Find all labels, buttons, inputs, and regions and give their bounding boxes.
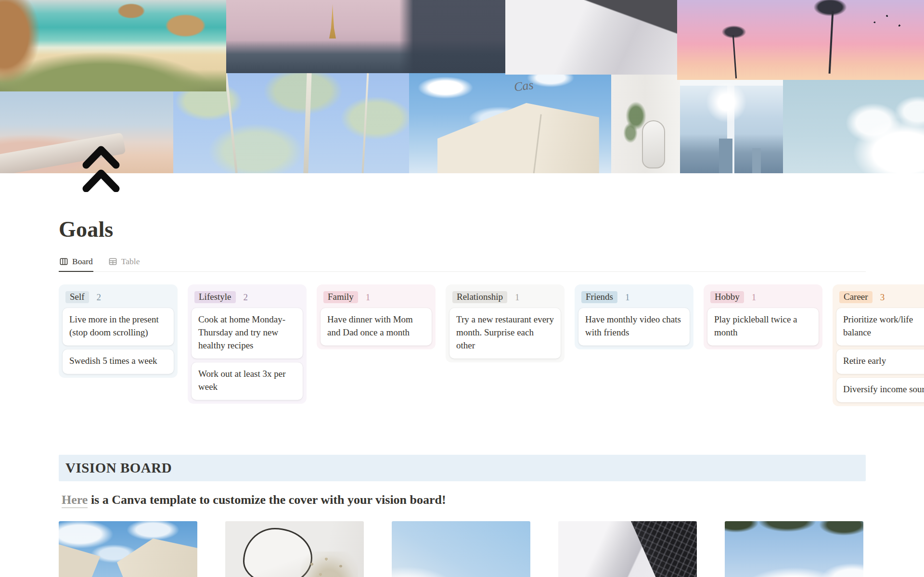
umbrella-canopy-shape [117,539,197,577]
tab-table-view[interactable]: Table [108,253,141,272]
birch-trunk-shape [304,73,312,173]
here-link[interactable]: Here [62,493,88,508]
cover-photo-laptop-on-bed [505,0,677,75]
cover-photo-white-blossom-tree [783,80,924,173]
tab-board-label: Board [72,256,93,267]
board-card[interactable]: Retire early [836,349,924,374]
column-badge[interactable]: Hobby [710,291,744,303]
vision-board-heading: VISION BOARD [65,460,172,476]
cover-photo-white-room-mirror-plant [611,67,680,173]
column-count: 1 [515,292,520,303]
column-header: Career 3 [836,288,924,304]
column-header: Lifestyle 2 [192,288,303,304]
page-icon-double-chevron-up-icon[interactable] [80,142,122,194]
board-card[interactable]: Diversify income sources [836,378,924,402]
board-card[interactable]: Have monthly video chats with friends [578,308,690,346]
column-count: 3 [880,292,885,303]
palm-trunk-shape [829,11,834,74]
cover-photo-palm-trees-pink-sky [677,0,924,80]
board-column-family: Family 1 Have dinner with Mom and Dad on… [317,284,436,349]
tab-table-label: Table [121,256,140,267]
column-header: Self 2 [63,288,174,304]
gallery-photo-organic-mirror[interactable] [225,521,364,577]
column-badge[interactable]: Family [323,291,358,303]
arch-mirror-shape [642,120,665,168]
birch-trunk-shape [225,73,238,173]
column-header: Friends 1 [578,288,690,304]
column-count: 2 [97,292,102,303]
umbrella-canopy-shape [59,544,100,577]
table-view-icon [108,257,117,266]
board-column-friends: Friends 1 Have monthly video chats with … [575,284,693,349]
column-count: 2 [244,292,248,303]
column-header: Hobby 1 [707,288,819,304]
board-view-icon [59,257,68,266]
column-header: Relationship 1 [449,288,561,304]
canva-template-sentence: Here is a Canva template to customize th… [62,493,924,507]
column-badge[interactable]: Career [839,291,873,303]
umbrella-script-text: Cas [513,78,535,95]
umbrella-canopy-shape [437,103,599,173]
gallery-photo-laptop-on-sheets[interactable] [558,521,697,577]
gallery-photo-soft-blue-sky[interactable] [392,521,530,577]
gallery-photo-cafe-umbrellas-sky[interactable] [59,521,197,577]
board-card[interactable]: Work out at least 3x per week [192,362,303,400]
board-card[interactable]: Play pickleball twice a month [707,308,819,346]
board-column-self: Self 2 Live more in the present (stop do… [59,284,178,378]
page-title[interactable]: Goals [59,217,924,242]
cover-photo-beach-cove [0,0,226,91]
canva-sentence-rest: is a Canva template to customize the cov… [88,493,446,507]
cover-photo-city-skyline-window [680,80,783,173]
skyscraper-shape [752,148,761,173]
column-count: 1 [366,292,371,303]
column-badge[interactable]: Relationship [452,291,507,303]
board-column-relationship: Relationship 1 Try a new restaurant ever… [446,284,565,362]
palm-trunk-shape [732,35,737,78]
cover-photo-paris-rooftops [226,0,505,73]
cover-photo-cafe-umbrella: Cas [409,64,611,173]
column-badge[interactable]: Self [65,291,89,303]
board-card[interactable]: Try a new restaurant every month. Surpri… [449,308,561,359]
page-cover-collage: Cas [0,0,924,173]
board-card[interactable]: Cook at home Monday-Thursday and try new… [192,308,303,359]
board-column-career: Career 3 Prioritize work/life balance Re… [833,284,924,406]
column-badge[interactable]: Friends [581,291,617,303]
board-column-hobby: Hobby 1 Play pickleball twice a month [704,284,822,349]
view-tabs: Board Table [59,253,866,272]
birch-trunk-shape [361,73,369,173]
board-card[interactable]: Live more in the present (stop doom scro… [63,308,174,346]
eiffel-tower-shape [329,4,336,38]
skyscraper-shape [719,139,732,173]
tab-board-view[interactable]: Board [59,253,93,272]
vision-board-callout: VISION BOARD [59,455,866,481]
column-header: Family 1 [321,288,432,304]
column-count: 1 [625,292,630,303]
gallery-photo-leaves-and-clouds[interactable] [725,521,863,577]
board-card[interactable]: Have dinner with Mom and Dad once a mont… [321,308,432,346]
board-column-lifestyle: Lifestyle 2 Cook at home Monday-Thursday… [188,284,307,404]
laptop-keyboard-shape [597,521,697,577]
column-badge[interactable]: Lifestyle [194,291,236,303]
page-content: Goals Board Table [0,217,924,577]
kanban-board: Self 2 Live more in the present (stop do… [59,284,924,455]
board-card[interactable]: Prioritize work/life balance [836,308,924,346]
dried-flowers-shape [300,551,359,577]
vision-board-gallery [59,521,924,577]
column-count: 1 [752,292,757,303]
board-card[interactable]: Swedish 5 times a week [63,349,174,374]
